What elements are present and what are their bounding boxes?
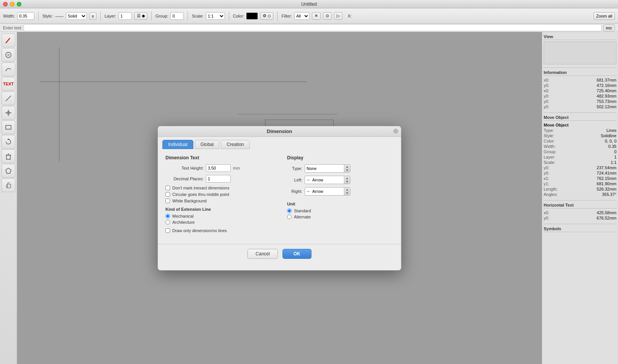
- draw-only-checkbox[interactable]: [165, 228, 170, 233]
- dialog-close-button[interactable]: [393, 129, 398, 133]
- info-title: Information: [544, 69, 616, 76]
- ok-button[interactable]: OK: [283, 249, 311, 259]
- svg-rect-10: [6, 155, 10, 159]
- right-panel: View Information x0: 681.37mm y0: 472.16…: [542, 32, 618, 364]
- type-row: Type: None ▲▼: [287, 164, 393, 173]
- radio-mechanical-row: Mechanical: [165, 214, 272, 218]
- sep1: [38, 11, 39, 21]
- settings-button[interactable]: ⚙ ◇: [260, 12, 273, 20]
- filter-x-button[interactable]: ✕: [312, 12, 321, 20]
- circular-checkbox[interactable]: [165, 192, 170, 197]
- text-height-input[interactable]: [206, 164, 231, 172]
- group-input[interactable]: [170, 12, 184, 20]
- info-row-4: y0: 753.73mm: [544, 99, 616, 104]
- move-object-section: Move Object Move Object Type: Lines Styl…: [544, 114, 616, 197]
- pencil-icon: [5, 37, 12, 44]
- crosshair-tool-button[interactable]: [2, 106, 15, 120]
- canvas-area[interactable]: Dimension Individual Global Creation: [17, 32, 542, 364]
- checkbox-circular-row: Circular goes thru middle point: [165, 192, 272, 197]
- move-type-row: Type: Lines: [544, 128, 616, 133]
- whitebg-checkbox[interactable]: [165, 199, 170, 203]
- left-arrows: ▲▼: [344, 176, 350, 184]
- left-label: Left:: [287, 178, 302, 182]
- move-layer-row: Layer: 1: [544, 154, 616, 160]
- x-label: X:: [348, 14, 352, 18]
- move-color-row: Color: 0, 0, 0: [544, 138, 616, 144]
- style-select[interactable]: Solid: [66, 12, 87, 20]
- filter-right-button[interactable]: ▷: [334, 12, 342, 20]
- titlebar-buttons: [3, 2, 21, 6]
- filter-select[interactable]: All: [294, 12, 310, 20]
- radio-alternate-row: Alternate: [287, 215, 393, 219]
- minimize-button[interactable]: [10, 2, 14, 6]
- dialog-buttons: Cancel OK: [158, 244, 401, 265]
- horizontal-text-section: Horizontal Text x0: 425.58mm y0: 676.52m…: [544, 202, 616, 221]
- svg-rect-8: [6, 125, 11, 129]
- decimal-places-input[interactable]: [206, 175, 231, 183]
- layer-input[interactable]: [119, 12, 132, 20]
- esc-button[interactable]: esc: [603, 24, 615, 31]
- cancel-button[interactable]: Cancel: [247, 249, 278, 259]
- style-x-button[interactable]: x: [89, 12, 97, 20]
- status-input[interactable]: [24, 24, 602, 31]
- dialog-tabs: Individual Global Creation: [158, 137, 401, 149]
- color-swatch[interactable]: [246, 13, 258, 19]
- type-select[interactable]: None ▲▼: [305, 164, 350, 173]
- text-tool-button[interactable]: TEXT: [2, 77, 15, 91]
- right-row: Right: ← Arrow ▲▼: [287, 187, 393, 196]
- tab-global[interactable]: Global: [195, 140, 220, 149]
- line-icon: [5, 95, 12, 102]
- width-input[interactable]: [17, 12, 34, 20]
- horiz-x0-row: x0: 425.58mm: [544, 210, 616, 215]
- alternate-radio[interactable]: [287, 215, 292, 219]
- inexact-label: Don't mark inexact dimensions: [172, 186, 229, 190]
- maximize-button[interactable]: [17, 2, 21, 6]
- left-value: Arrow: [311, 178, 344, 182]
- move-width-row: Width: 0.35: [544, 144, 616, 149]
- rotate-tool-button[interactable]: [2, 135, 15, 149]
- style-label: Style:: [42, 14, 53, 18]
- decimal-places-row: Decimal Places:: [165, 175, 272, 183]
- polygon-tool-button[interactable]: [2, 164, 15, 178]
- circle-icon: [5, 51, 12, 59]
- sep2: [100, 11, 101, 21]
- zoom-all-button[interactable]: Zoom all: [594, 12, 615, 20]
- circular-label: Circular goes thru middle point: [172, 192, 229, 197]
- move-x1-row: x1: 762.15mm: [544, 176, 616, 181]
- svg-line-4: [6, 96, 11, 101]
- circle-tool-button[interactable]: [2, 48, 15, 62]
- left-select[interactable]: ← Arrow ▲▼: [305, 176, 350, 184]
- text-height-label: Text Height:: [165, 166, 204, 170]
- horizontal-text-title: Horizontal Text: [544, 202, 616, 208]
- scale-select[interactable]: 1:1: [206, 12, 225, 20]
- rect-tool-button[interactable]: [2, 120, 15, 134]
- dialog-title: Dimension: [267, 128, 292, 134]
- tab-creation[interactable]: Creation: [221, 140, 249, 149]
- mechanical-radio[interactable]: [165, 214, 170, 218]
- rotate-icon: [5, 138, 12, 146]
- right-arrow-icon: ←: [307, 189, 311, 194]
- delete-tool-button[interactable]: [2, 149, 15, 163]
- text-height-unit: mm: [233, 166, 240, 170]
- architecture-radio[interactable]: [165, 220, 170, 224]
- pencil-tool-button[interactable]: [2, 34, 15, 47]
- filter-copy-button[interactable]: ⊙: [323, 12, 332, 20]
- curve-tool-button[interactable]: [2, 63, 15, 76]
- hand-tool-button[interactable]: [2, 178, 15, 192]
- display-title: Display: [287, 155, 393, 160]
- close-button[interactable]: [3, 2, 8, 6]
- tab-individual[interactable]: Individual: [162, 140, 193, 149]
- sep6: [277, 11, 278, 21]
- inexact-checkbox[interactable]: [165, 186, 170, 190]
- crosshair-icon: [5, 109, 12, 117]
- layer-menu-button[interactable]: ☰ ◆: [134, 12, 148, 20]
- dimension-dialog: Dimension Individual Global Creation: [157, 126, 401, 271]
- text-height-row: Text Height: mm: [165, 164, 272, 172]
- type-value: None: [305, 166, 344, 171]
- filter-label: Filter:: [281, 14, 292, 18]
- right-select[interactable]: ← Arrow ▲▼: [305, 187, 350, 196]
- line-tool-button[interactable]: [2, 91, 15, 105]
- left-arrow-icon: ←: [307, 178, 311, 182]
- standard-radio[interactable]: [287, 208, 292, 213]
- alternate-label: Alternate: [294, 215, 311, 219]
